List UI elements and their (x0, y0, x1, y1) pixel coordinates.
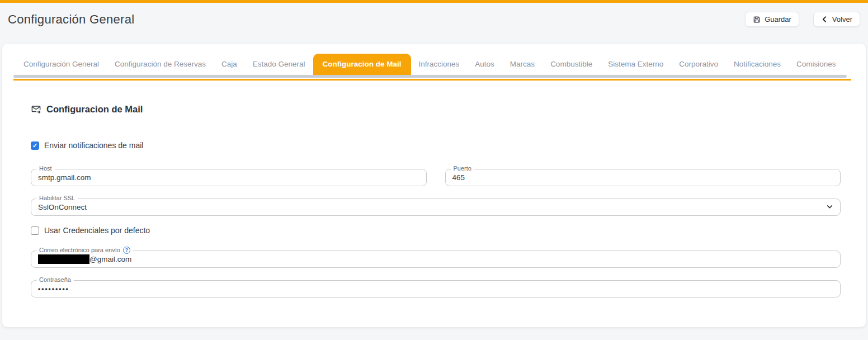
help-icon[interactable]: ? (123, 247, 130, 254)
tab-scrollbar[interactable] (13, 75, 847, 78)
tab-configuracion-general[interactable]: Configuración General (16, 54, 107, 75)
back-button[interactable]: Volver (813, 12, 860, 27)
back-button-label: Volver (832, 15, 852, 23)
email-value: @gmail.com (38, 254, 131, 264)
send-mail-checkbox-row[interactable]: ✓ Enviar notificaciones de mail (31, 141, 841, 150)
password-input[interactable] (38, 285, 833, 293)
email-domain-text: @gmail.com (89, 255, 131, 263)
save-icon (753, 16, 761, 23)
host-field[interactable]: Host (31, 169, 427, 186)
tab-notificaciones[interactable]: Notificaciones (726, 54, 789, 75)
send-mail-checkbox[interactable]: ✓ (31, 141, 39, 150)
mail-settings-panel: Configuracion de Mail ✓ Enviar notificac… (2, 81, 866, 298)
host-input[interactable] (38, 173, 419, 182)
section-title: Configuracion de Mail (46, 104, 143, 115)
password-row: Contraseña (31, 280, 841, 298)
host-label: Host (36, 165, 55, 172)
default-credentials-checkbox-row[interactable]: ✓ Usar Credenciales por defecto (31, 226, 841, 235)
settings-card: Configuración GeneralConfiguración de Re… (2, 44, 866, 327)
tab-corporativo[interactable]: Corporativo (671, 54, 726, 75)
tab-autos[interactable]: Autos (467, 54, 502, 75)
default-credentials-checkbox[interactable]: ✓ (31, 226, 39, 235)
tab-marcas[interactable]: Marcas (502, 54, 542, 75)
tab-comisiones[interactable]: Comisiones (789, 54, 844, 75)
email-label: Correo electrónico para envío ? (36, 247, 133, 254)
tab-sistema-externo[interactable]: Sistema Externo (600, 54, 671, 75)
ssl-selected-value: SslOnConnect (38, 203, 87, 211)
tab-strip: Configuración GeneralConfiguración de Re… (2, 44, 866, 75)
chevron-down-icon (826, 203, 833, 212)
mail-forward-icon (31, 104, 41, 115)
ssl-row: Habilitar SSL SslOnConnect (31, 199, 841, 216)
chevron-left-icon (821, 16, 828, 23)
section-header: Configuracion de Mail (31, 104, 841, 115)
tab-configuracion-de-reservas[interactable]: Configuración de Reservas (107, 54, 214, 75)
host-port-row: Host Puerto (31, 169, 841, 186)
email-field[interactable]: Correo electrónico para envío ? @gmail.c… (31, 251, 841, 268)
redacted-email-local-part (38, 254, 89, 264)
tab-combustible[interactable]: Combustible (542, 54, 600, 75)
port-label: Puerto (451, 165, 474, 172)
tab-configuracion-de-mail[interactable]: Configuracion de Mail (313, 54, 411, 75)
email-row: Correo electrónico para envío ? @gmail.c… (31, 251, 841, 268)
tab-caja[interactable]: Caja (214, 54, 245, 75)
save-button-label: Guardar (765, 15, 791, 23)
check-icon: ✓ (32, 143, 37, 149)
page-title: Configuración General (8, 12, 134, 27)
tab-bar: Configuración GeneralConfiguración de Re… (16, 54, 852, 75)
tab-infracciones[interactable]: Infracciones (411, 54, 468, 75)
port-field[interactable]: Puerto (445, 169, 841, 186)
page-header: Configuración General Guardar Volver (0, 3, 868, 44)
password-field[interactable]: Contraseña (31, 280, 841, 298)
password-label: Contraseña (36, 276, 74, 284)
ssl-label: Habilitar SSL (36, 195, 78, 202)
tab-estado-general[interactable]: Estado General (245, 54, 313, 75)
default-credentials-label: Usar Credenciales por defecto (44, 226, 150, 235)
save-button[interactable]: Guardar (745, 12, 799, 27)
port-input[interactable] (452, 173, 834, 182)
header-actions: Guardar Volver (745, 12, 860, 27)
email-label-text: Correo electrónico para envío (39, 247, 120, 254)
ssl-select[interactable]: Habilitar SSL SslOnConnect (31, 199, 841, 216)
send-mail-label: Enviar notificaciones de mail (44, 141, 143, 150)
